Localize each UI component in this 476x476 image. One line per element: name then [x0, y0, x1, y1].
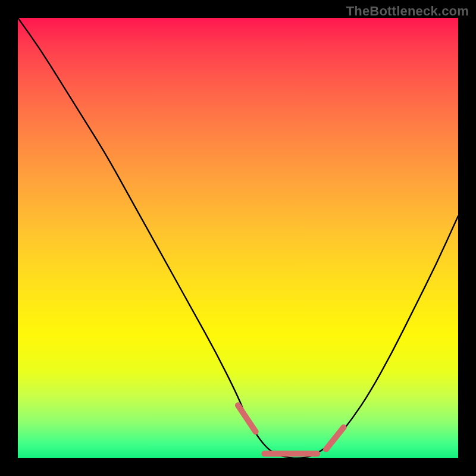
- chart-frame: TheBottleneck.com: [0, 0, 476, 476]
- heat-gradient-background: [18, 18, 458, 458]
- watermark-text: TheBottleneck.com: [346, 4, 469, 19]
- plot-area: [18, 18, 458, 458]
